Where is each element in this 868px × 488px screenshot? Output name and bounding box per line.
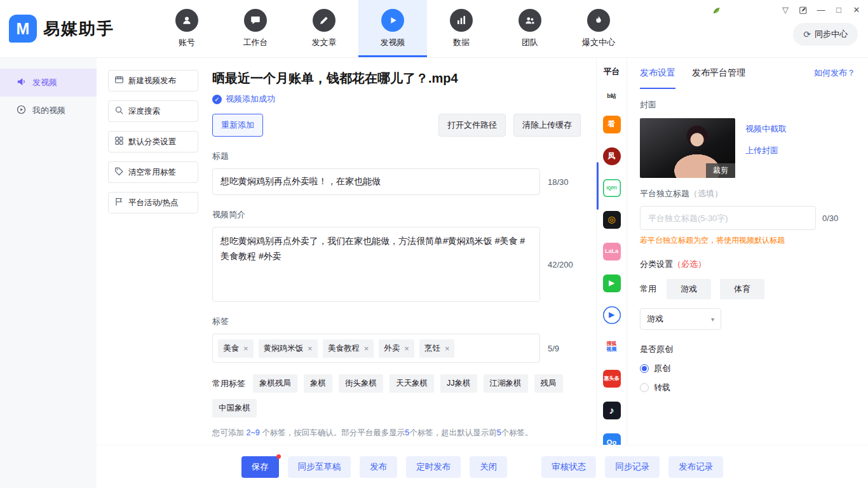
platform-scrollbar[interactable]	[597, 162, 599, 210]
tags-input-box[interactable]: 美食 × 黄焖鸡米饭 × 美食教程	[212, 334, 540, 363]
common-tags-row: 常用标签 象棋残局 象棋 街头象棋 天天象棋 JJ象棋	[212, 374, 581, 417]
sync-to-draft-button[interactable]: 同步至草稿	[288, 456, 351, 478]
publish-records-button[interactable]: 发布记录	[668, 456, 723, 478]
re-add-button[interactable]: 重新添加	[212, 114, 263, 137]
platform-icon-haokan[interactable]: ▶	[603, 306, 621, 324]
tag-chip: 美食 ×	[218, 339, 254, 358]
clear-common-tags-button[interactable]: 清空常用标签	[108, 161, 198, 183]
bottom-action-bar: 保存 同步至草稿 发布 定时发布 关闭 审核状态 同步记录 发布记录	[97, 445, 868, 488]
tags-help-text: 您可添加 2~9 个标签，按回车确认。部分平台最多显示5个标签，超出默认显示前5…	[212, 428, 581, 438]
platform-icon-douyin[interactable]: ♪	[603, 402, 621, 419]
sidebar-item-publish-video[interactable]: 发视频	[0, 69, 97, 97]
panel-tabs: 发布设置 发布平台管理 如何发布？	[640, 57, 855, 89]
sidebar-item-label: 发视频	[32, 77, 57, 88]
grid-icon	[114, 136, 124, 147]
platform-icon-ifeng[interactable]: 凤	[603, 147, 621, 165]
nav-item-hot-center[interactable]: 爆文中心	[564, 0, 633, 57]
refresh-icon: ⟳	[803, 29, 811, 39]
cover-thumbnail[interactable]: 裁剪	[640, 118, 735, 178]
platform-icon-bilibili[interactable]: b站	[602, 92, 622, 102]
platform-icon-dayu[interactable]: ◎	[603, 211, 621, 229]
nav-label: 数据	[453, 37, 470, 48]
tag-remove-icon[interactable]: ×	[404, 344, 409, 353]
independent-title-tip: 若平台独立标题为空，将使用视频默认标题	[640, 235, 855, 246]
radio-button-icon	[640, 383, 649, 392]
window-controls: ▽ — □ ✕	[712, 3, 865, 18]
independent-title-input[interactable]	[640, 206, 816, 230]
tags-counter: 5/9	[548, 344, 581, 353]
common-tag-chip[interactable]: 象棋	[304, 374, 332, 393]
how-to-publish-link[interactable]: 如何发布？	[814, 67, 855, 79]
tab-publish-settings[interactable]: 发布设置	[640, 57, 675, 89]
platform-icon-iqiyi[interactable]: iQIYI	[603, 179, 621, 197]
publish-settings-panel: 发布设置 发布平台管理 如何发布？ 封面 裁剪 视频中截取 上传封面	[627, 57, 868, 445]
deep-search-button[interactable]: 深度搜索	[108, 100, 198, 122]
tag-label: 黄焖鸡米饭	[264, 343, 304, 354]
tag-remove-icon[interactable]: ×	[243, 344, 248, 353]
platform-icon-green-play[interactable]: ▶	[603, 274, 621, 292]
radio-label: 原创	[654, 363, 670, 374]
clear-upload-cache-button[interactable]: 清除上传缓存	[513, 114, 581, 137]
common-tag-chip[interactable]: 象棋残局	[253, 374, 297, 393]
title-input[interactable]	[212, 168, 540, 195]
category-select[interactable]: 游戏 ▾	[640, 308, 721, 330]
crop-button[interactable]: 裁剪	[706, 163, 735, 178]
close-button[interactable]: ✕	[848, 3, 865, 18]
common-tag-chip[interactable]: JJ象棋	[440, 374, 477, 393]
tab-platform-management[interactable]: 发布平台管理	[692, 57, 745, 89]
category-label-text: 分类设置	[640, 259, 673, 269]
nav-item-account[interactable]: 账号	[153, 0, 221, 57]
filter-icon[interactable]: ▽	[776, 3, 794, 18]
common-tag-chip[interactable]: 中国象棋	[212, 399, 257, 417]
tag-remove-icon[interactable]: ×	[364, 344, 369, 353]
radio-original[interactable]: 原创	[640, 363, 855, 374]
common-tag-chip[interactable]: 天天象棋	[390, 374, 434, 393]
maximize-button[interactable]: □	[830, 3, 848, 18]
nav-item-data[interactable]: 数据	[427, 0, 496, 57]
tag-remove-icon[interactable]: ×	[445, 344, 450, 353]
common-tag-chip[interactable]: 江湖象棋	[484, 374, 528, 393]
platform-strip: 平台 b站看凤iQIYI◎LaLa▶▶搜狐视频惠头条♪Oo	[596, 57, 627, 445]
platform-icon-lala[interactable]: LaLa	[603, 243, 621, 261]
nav-item-team[interactable]: 团队	[496, 0, 564, 57]
platform-icon-sohu-video[interactable]: 搜狐视频	[603, 338, 621, 356]
close-editor-button[interactable]: 关闭	[470, 456, 507, 478]
nav-item-video[interactable]: 发视频	[358, 0, 427, 57]
tag-remove-icon[interactable]: ×	[308, 344, 313, 353]
description-textarea[interactable]: 想吃黄焖鸡别再点外卖了，我们在家也能做，方法很简单#黄焖鸡米饭 #美食 #美食教…	[212, 227, 540, 302]
upload-cover-link[interactable]: 上传封面	[745, 145, 787, 156]
sync-center-button[interactable]: ⟳ 同步中心	[793, 23, 858, 46]
platform-activity-button[interactable]: 平台活动/热点	[108, 192, 198, 214]
publish-button[interactable]: 发布	[360, 456, 397, 478]
platform-icon-oo[interactable]: Oo	[603, 433, 621, 445]
new-video-publish-button[interactable]: 新建视频发布	[108, 70, 198, 92]
radio-repost[interactable]: 转载	[640, 382, 855, 393]
sync-records-button[interactable]: 同步记录	[605, 456, 660, 478]
review-status-button[interactable]: 审核状态	[541, 456, 596, 478]
sidebar-item-my-videos[interactable]: 我的视频	[0, 97, 97, 125]
quick-actions-panel: 新建视频发布 深度搜索 默认分类设置	[97, 57, 203, 445]
category-chip[interactable]: 体育	[720, 279, 764, 299]
default-category-settings-button[interactable]: 默认分类设置	[108, 131, 198, 152]
upload-status: ✓ 视频添加成功	[212, 93, 581, 105]
top-bar: M 易媒助手 账号 工作台 发文章	[0, 0, 868, 57]
nav-item-workbench[interactable]: 工作台	[221, 0, 290, 57]
app-logo-wrap: M 易媒助手	[0, 0, 119, 57]
open-file-path-button[interactable]: 打开文件路径	[438, 114, 506, 137]
platform-icon-kandian[interactable]: 看	[603, 116, 621, 133]
capture-from-video-link[interactable]: 视频中截取	[745, 123, 787, 135]
platform-icon-huitoutiao[interactable]: 惠头条	[603, 370, 621, 388]
optional-hint: （选填）	[689, 189, 722, 198]
category-chip[interactable]: 游戏	[667, 279, 711, 299]
scheduled-publish-button[interactable]: 定时发布	[406, 456, 461, 478]
sync-center-label: 同步中心	[815, 29, 848, 40]
common-tag-chip[interactable]: 街头象棋	[339, 374, 383, 393]
tag-label: 烹饪	[424, 343, 440, 354]
edit-note-icon[interactable]	[794, 6, 812, 15]
common-tag-chip[interactable]: 残局	[534, 374, 563, 393]
platform-strip-header: 平台	[604, 66, 620, 78]
save-button[interactable]: 保存	[241, 456, 279, 478]
nav-item-article[interactable]: 发文章	[290, 0, 358, 57]
app-window: M 易媒助手 账号 工作台 发文章	[0, 0, 868, 488]
minimize-button[interactable]: —	[812, 3, 830, 18]
